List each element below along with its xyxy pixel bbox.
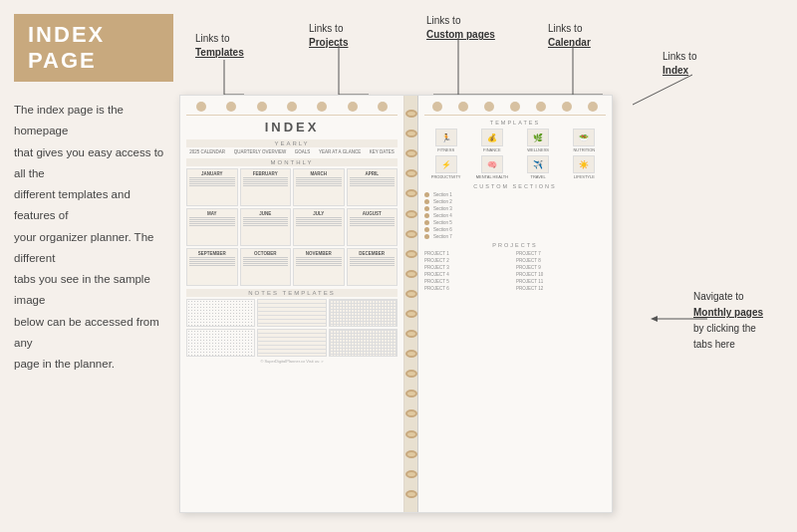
icon-4 — [287, 102, 297, 112]
month-may[interactable]: MAY — [186, 208, 238, 246]
notes-grid — [186, 299, 398, 357]
monthly-label: MONTHLY — [186, 158, 398, 166]
fitness-icon: 🏃 — [435, 129, 457, 146]
project-4[interactable]: PROJECT 4 — [424, 272, 514, 277]
month-nov[interactable]: NOVEMBER — [293, 248, 345, 286]
section-row-1[interactable]: Section 1 — [424, 192, 606, 197]
month-jul[interactable]: JULY — [293, 208, 345, 246]
right-top-icons — [424, 102, 606, 116]
desc-line-5: tabs you see in the sample image — [14, 269, 173, 312]
section-rows: Section 1 Section 2 Section 3 Section 4 … — [424, 192, 606, 239]
coil-16 — [405, 409, 417, 417]
coil-10 — [405, 290, 417, 298]
template-lifestyle[interactable]: ☀️ LIFESTYLE — [563, 155, 606, 179]
note-grid-2 — [329, 329, 398, 357]
month-feb[interactable]: FEBRUARY — [240, 168, 292, 206]
svg-line-8 — [633, 75, 692, 105]
right-page: TEMPLATES 🏃 FITNESS 💰 FINANCE 🌿 WELLNESS… — [418, 96, 612, 512]
note-dots-1 — [186, 299, 255, 327]
section-row-4[interactable]: Section 4 — [424, 213, 606, 218]
desc-line-1: The index page is the homepage — [14, 100, 173, 142]
projects-header: PROJECTS — [424, 242, 606, 248]
annotation-templates: Links toTemplates — [195, 32, 244, 60]
finance-icon: 💰 — [481, 129, 503, 146]
month-jan[interactable]: JANUARY — [186, 168, 238, 206]
spiral-binding — [404, 96, 418, 512]
template-wellness[interactable]: 🌿 WELLNESS — [517, 129, 560, 152]
index-title-box: INDEX PAGE — [14, 14, 173, 82]
template-finance[interactable]: 💰 FINANCE — [470, 129, 513, 152]
templates-section: TEMPLATES 🏃 FITNESS 💰 FINANCE 🌿 WELLNESS… — [424, 120, 606, 179]
section-row-2[interactable]: Section 2 — [424, 199, 606, 204]
section-row-5[interactable]: Section 5 — [424, 220, 606, 225]
page-top-icons — [186, 102, 398, 116]
nutrition-icon: 🥗 — [573, 129, 595, 146]
yearly-item-2[interactable]: QUARTERLY OVERVIEW — [234, 149, 286, 154]
desc-line-7: page in the planner. — [14, 354, 173, 375]
icon-2 — [226, 102, 236, 112]
coil-3 — [405, 149, 417, 157]
index-title: INDEX PAGE — [28, 22, 105, 73]
project-3[interactable]: PROJECT 3 — [424, 265, 514, 270]
annotation-projects: Links toProjects — [309, 22, 348, 50]
note-grid-1 — [329, 299, 398, 327]
project-6[interactable]: PROJECT 6 — [424, 286, 514, 291]
desc-line-2: that gives you easy access to all the — [14, 142, 173, 185]
coil-4 — [405, 169, 417, 177]
section-row-6[interactable]: Section 6 — [424, 227, 606, 232]
yearly-label: YEARLY — [186, 139, 398, 147]
project-1[interactable]: PROJECT 1 — [424, 251, 514, 256]
right-icon-1 — [432, 102, 442, 112]
project-8[interactable]: PROJECT 8 — [516, 258, 606, 263]
notes-section: NOTES TEMPLATES — [186, 289, 398, 357]
month-jun[interactable]: JUNE — [240, 208, 292, 246]
month-apr[interactable]: APRIL — [347, 168, 398, 206]
left-page: INDEX YEARLY 2025 CALENDAR QUARTERLY OVE… — [180, 96, 404, 512]
note-dots-2 — [186, 329, 255, 357]
yearly-item-3[interactable]: GOALS — [295, 149, 311, 154]
mental-health-icon: 🧠 — [481, 155, 503, 173]
project-7[interactable]: PROJECT 7 — [516, 251, 606, 256]
project-11[interactable]: PROJECT 11 — [516, 279, 606, 284]
template-mental-health[interactable]: 🧠 MENTAL HEALTH — [470, 155, 513, 179]
month-oct[interactable]: OCTOBER — [240, 248, 292, 286]
month-aug[interactable]: AUGUST — [347, 208, 398, 246]
month-sep[interactable]: SEPTEMBER — [186, 248, 238, 286]
custom-sections: CUSTOM SECTIONS Section 1 Section 2 Sect… — [424, 183, 606, 239]
coil-8 — [405, 250, 417, 258]
annotation-calendar: Links toCalendar — [548, 22, 591, 50]
month-dec[interactable]: DECEMBER — [347, 248, 398, 286]
annotation-index: Links toIndex — [663, 50, 696, 78]
month-mar[interactable]: MARCH — [293, 168, 345, 206]
custom-header: CUSTOM SECTIONS — [424, 183, 606, 189]
travel-icon: ✈️ — [527, 155, 549, 173]
project-5[interactable]: PROJECT 5 — [424, 279, 514, 284]
project-12[interactable]: PROJECT 12 — [516, 286, 606, 291]
right-icon-6 — [562, 102, 572, 112]
yearly-item-1[interactable]: 2025 CALENDAR — [189, 149, 225, 154]
project-10[interactable]: PROJECT 10 — [516, 272, 606, 277]
yearly-item-4[interactable]: YEAR AT A GLANCE — [319, 149, 361, 154]
annotation-custom: Links toCustom pages — [426, 14, 495, 42]
planner-container: INDEX YEARLY 2025 CALENDAR QUARTERLY OVE… — [179, 95, 613, 513]
section-row-7[interactable]: Section 7 — [424, 234, 606, 239]
projects-grid: PROJECT 1 PROJECT 7 PROJECT 2 PROJECT 8 … — [424, 251, 606, 291]
coil-20 — [405, 490, 417, 498]
project-2[interactable]: PROJECT 2 — [424, 258, 514, 263]
monthly-grid: JANUARY FEBRUARY MARCH APRIL MAY JUNE — [186, 168, 398, 286]
template-productivity[interactable]: ⚡ PRODUCTIVITY — [424, 155, 467, 179]
section-row-3[interactable]: Section 3 — [424, 206, 606, 211]
coil-15 — [405, 390, 417, 398]
yearly-item-5[interactable]: KEY DATES — [370, 149, 395, 154]
icon-3 — [257, 102, 267, 112]
template-fitness[interactable]: 🏃 FITNESS — [424, 129, 467, 152]
description: The index page is the homepage that give… — [14, 100, 173, 375]
template-nutrition[interactable]: 🥗 NUTRITION — [563, 129, 606, 152]
coil-18 — [405, 450, 417, 458]
template-travel[interactable]: ✈️ TRAVEL — [517, 155, 560, 179]
right-icon-7 — [588, 102, 598, 112]
icon-7 — [378, 102, 388, 112]
coil-12 — [405, 330, 417, 338]
left-panel: INDEX PAGE The index page is the homepag… — [14, 14, 173, 375]
project-9[interactable]: PROJECT 9 — [516, 265, 606, 270]
